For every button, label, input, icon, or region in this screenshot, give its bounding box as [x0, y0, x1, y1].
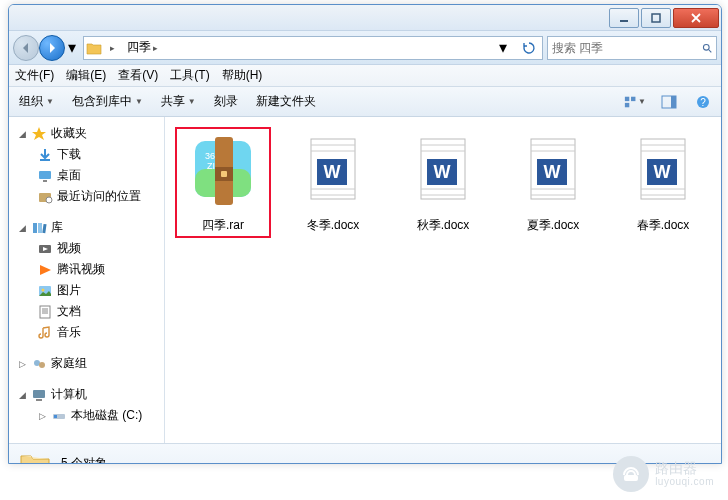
sidebar-item-desktop[interactable]: 桌面 [9, 165, 164, 186]
svg-rect-17 [42, 223, 46, 232]
sidebar-item-pictures[interactable]: 图片 [9, 280, 164, 301]
svg-rect-10 [40, 159, 50, 161]
previous-locations-dropdown[interactable]: ▾ [492, 37, 514, 59]
svg-text:W: W [544, 162, 561, 182]
svg-point-14 [46, 197, 52, 203]
view-options-button[interactable]: ▼ [623, 91, 647, 113]
minimize-button[interactable] [609, 8, 639, 28]
sidebar-item-music[interactable]: 音乐 [9, 322, 164, 343]
address-bar[interactable]: ▸ 四季 ▸ ▾ [83, 36, 543, 60]
sidebar-item-favorites[interactable]: ◢ 收藏夹 [9, 123, 164, 144]
forward-button[interactable] [39, 35, 65, 61]
music-icon [37, 325, 53, 341]
folder-icon [86, 41, 102, 55]
desktop-icon [37, 168, 53, 184]
collapse-icon[interactable]: ◢ [17, 223, 27, 233]
search-box[interactable] [547, 36, 717, 60]
sidebar-item-downloads[interactable]: 下载 [9, 144, 164, 165]
new-folder-button[interactable]: 新建文件夹 [252, 91, 320, 112]
watermark: 路由器 luyouqi.com [613, 456, 714, 492]
include-in-library-button[interactable]: 包含到库中 ▼ [68, 91, 147, 112]
file-label: 夏季.docx [527, 217, 580, 234]
collapse-icon[interactable]: ◢ [17, 129, 27, 139]
menu-tools[interactable]: 工具(T) [170, 67, 209, 84]
sidebar-item-documents[interactable]: 文档 [9, 301, 164, 322]
preview-pane-button[interactable] [657, 91, 681, 113]
menu-file[interactable]: 文件(F) [15, 67, 54, 84]
menu-bar: 文件(F) 编辑(E) 查看(V) 工具(T) 帮助(H) [9, 65, 721, 87]
sidebar-item-recent[interactable]: 最近访问的位置 [9, 186, 164, 207]
svg-point-2 [703, 44, 709, 50]
favorites-group: ◢ 收藏夹 下载 桌面 最近访问的位置 [9, 123, 164, 207]
sidebar-item-libraries[interactable]: ◢ 库 [9, 217, 164, 238]
organize-button[interactable]: 组织 ▼ [15, 91, 58, 112]
svg-rect-24 [33, 390, 45, 398]
svg-point-20 [42, 288, 45, 291]
share-label: 共享 [161, 93, 185, 110]
sidebar-item-computer[interactable]: ◢ 计算机 [9, 384, 164, 405]
menu-help[interactable]: 帮助(H) [222, 67, 263, 84]
svg-rect-1 [652, 14, 660, 22]
help-button[interactable]: ? [691, 91, 715, 113]
file-label: 冬季.docx [307, 217, 360, 234]
svg-text:W: W [654, 162, 671, 182]
svg-rect-34 [221, 171, 227, 177]
svg-text:W: W [434, 162, 451, 182]
downloads-icon [37, 147, 53, 163]
file-label: 春季.docx [637, 217, 690, 234]
file-list[interactable]: 360 ZIP 四季.rar W [165, 117, 721, 443]
expand-icon[interactable]: ▷ [37, 411, 47, 421]
breadcrumb-root[interactable]: ▸ [106, 43, 119, 53]
search-input[interactable] [552, 41, 702, 55]
navigation-pane[interactable]: ◢ 收藏夹 下载 桌面 最近访问的位置 [9, 117, 165, 443]
menu-edit[interactable]: 编辑(E) [66, 67, 106, 84]
svg-rect-5 [625, 102, 629, 106]
computer-icon [31, 387, 47, 403]
file-item-docx[interactable]: W 冬季.docx [285, 127, 381, 238]
titlebar [9, 5, 721, 31]
word-document-icon: W [293, 131, 373, 211]
breadcrumb-item[interactable]: 四季 ▸ [123, 39, 162, 56]
sidebar-item-drive-c[interactable]: ▷ 本地磁盘 (C:) [9, 405, 164, 426]
breadcrumb-label: 四季 [127, 39, 151, 56]
star-icon [31, 126, 47, 142]
history-dropdown[interactable]: ▾ [65, 39, 79, 57]
search-icon [702, 41, 712, 55]
pictures-icon [37, 283, 53, 299]
file-item-rar[interactable]: 360 ZIP 四季.rar [175, 127, 271, 238]
file-item-docx[interactable]: W 春季.docx [615, 127, 711, 238]
homegroup-icon [31, 356, 47, 372]
burn-button[interactable]: 刻录 [210, 91, 242, 112]
sidebar-item-videos[interactable]: 视频 [9, 238, 164, 259]
status-text: 5 个对象 [61, 455, 107, 464]
file-label: 四季.rar [202, 217, 244, 234]
svg-point-23 [39, 362, 45, 368]
chevron-right-icon: ▸ [153, 43, 158, 53]
word-document-icon: W [513, 131, 593, 211]
sidebar-item-tencent-video[interactable]: 腾讯视频 [9, 259, 164, 280]
recent-icon [37, 189, 53, 205]
svg-rect-4 [631, 96, 635, 100]
svg-rect-27 [54, 415, 57, 418]
expand-icon[interactable]: ▷ [17, 359, 27, 369]
share-button[interactable]: 共享 ▼ [157, 91, 200, 112]
close-button[interactable] [673, 8, 719, 28]
maximize-button[interactable] [641, 8, 671, 28]
file-item-docx[interactable]: W 秋季.docx [395, 127, 491, 238]
watermark-logo-icon [613, 456, 649, 492]
svg-rect-0 [620, 20, 628, 22]
refresh-button[interactable] [518, 37, 540, 59]
back-button[interactable] [13, 35, 39, 61]
menu-view[interactable]: 查看(V) [118, 67, 158, 84]
collapse-icon[interactable]: ◢ [17, 390, 27, 400]
body: ◢ 收藏夹 下载 桌面 最近访问的位置 [9, 117, 721, 443]
svg-text:?: ? [700, 97, 706, 108]
watermark-brand: 路由器 [655, 461, 714, 476]
svg-rect-11 [39, 171, 51, 179]
word-document-icon: W [623, 131, 703, 211]
include-label: 包含到库中 [72, 93, 132, 110]
file-item-docx[interactable]: W 夏季.docx [505, 127, 601, 238]
sidebar-item-homegroup[interactable]: ▷ 家庭组 [9, 353, 164, 374]
svg-rect-12 [43, 180, 47, 182]
favorites-label: 收藏夹 [51, 125, 87, 142]
